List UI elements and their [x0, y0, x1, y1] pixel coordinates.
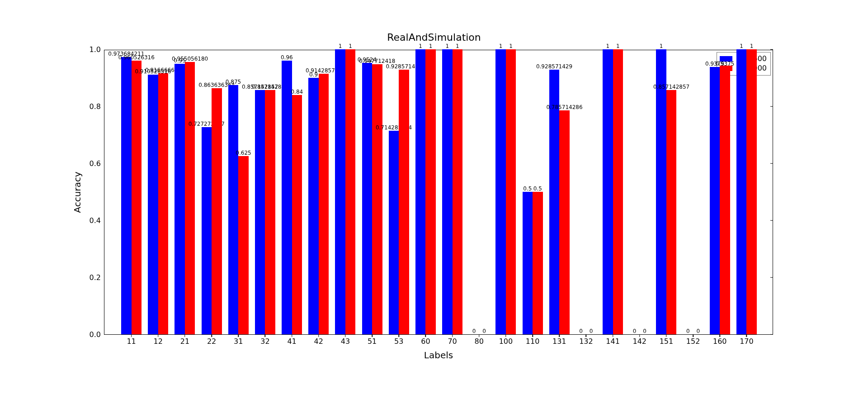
x-tick-label: 43: [341, 337, 350, 346]
bar-iter7000: 0.857142857: [666, 90, 676, 334]
bar-iter6600: 0.9524: [362, 63, 372, 334]
bar-value-label: 0: [696, 328, 700, 334]
bar-value-label: 0.625: [236, 150, 251, 156]
bar-iter7000: 0.84: [292, 95, 302, 334]
bar-iter6600: 1: [495, 49, 505, 334]
x-tick-label: 60: [421, 337, 430, 346]
bar-iter7000: 1: [425, 49, 435, 334]
x-tick-label: 100: [499, 337, 513, 346]
bar-value-label: 0.5: [533, 186, 542, 192]
bar-iter7000: 0.857142857: [265, 90, 275, 334]
y-tick-label: 0.4: [90, 216, 101, 225]
bar-value-label: 0.928571429: [536, 64, 572, 70]
bar-value-label: 0.960526316: [118, 55, 155, 61]
x-tick-label: 12: [154, 337, 163, 346]
chart-title: RealAndSimulation: [81, 32, 787, 43]
x-axis-label: Labels: [424, 350, 453, 361]
bar-iter6600: 0.9: [308, 78, 318, 334]
bar-iter6600: 0.714285714: [389, 131, 399, 334]
bar-value-label: 0: [579, 328, 583, 334]
bar-iter7000: 0.928571429: [399, 70, 409, 334]
bar-value-label: 0: [472, 328, 476, 334]
bar-value-label: 1: [660, 43, 663, 49]
bar-value-label: 0: [482, 328, 486, 334]
bar-value-label: 1: [509, 43, 513, 49]
bar-iter6600: 1: [656, 49, 666, 334]
y-axis-label: Accuracy: [72, 171, 83, 213]
x-tick-label: 142: [632, 337, 646, 346]
x-tick-label: 131: [552, 337, 566, 346]
bar-iter7000: 1: [506, 49, 516, 334]
bar-value-label: 1: [349, 43, 352, 49]
y-tick-mark: [770, 106, 773, 107]
bar-iter7000: 0.625: [238, 156, 248, 334]
bar-iter7000: 1: [345, 49, 355, 334]
bar-value-label: 1: [446, 43, 449, 49]
plot-area: Accuracy Labels iter6600 iter7000 0.00.2…: [104, 50, 773, 335]
y-tick-label: 0.8: [90, 102, 101, 111]
x-tick-label: 170: [740, 337, 754, 346]
bar-value-label: 1: [456, 43, 459, 49]
bar-iter7000: 1: [613, 49, 623, 334]
bar-iter6600: 1: [442, 49, 452, 334]
x-tick-label: 141: [606, 337, 620, 346]
chart-container: RealAndSimulation Accuracy Labels iter66…: [81, 32, 787, 371]
bar-iter6600: 0.9375: [710, 67, 720, 334]
bar-iter7000: 0.914285714: [319, 74, 329, 334]
bar-value-label: 1: [616, 43, 620, 49]
x-tick-label: 80: [475, 337, 484, 346]
bar-iter7000: 0.9375: [720, 67, 730, 334]
y-tick-label: 0.6: [90, 159, 101, 168]
bar-iter6600: 0.5: [523, 192, 533, 334]
bar-value-label: 0: [643, 328, 646, 334]
bar-value-label: 0.955056180: [172, 56, 208, 62]
y-tick-label: 0.2: [90, 273, 101, 282]
bar-iter7000: 0.947712418: [372, 64, 382, 334]
bar-value-label: 1: [740, 43, 743, 49]
x-tick-label: 22: [207, 337, 216, 346]
bar-value-label: 1: [750, 43, 754, 49]
x-tick-label: 151: [660, 337, 674, 346]
bar-value-label: 0.857142857: [653, 84, 689, 90]
bar-iter6600: 0.857142857: [255, 90, 265, 334]
x-tick-label: 152: [686, 337, 700, 346]
x-tick-label: 132: [579, 337, 593, 346]
bar-value-label: 1: [606, 43, 610, 49]
bar-iter6600: 0.973684211: [121, 57, 131, 334]
bar-value-label: 1: [419, 43, 422, 49]
y-tick-label: 1.0: [90, 45, 101, 54]
bar-iter6600: 0.96: [282, 61, 292, 334]
bar-iter6600: 1: [603, 49, 613, 334]
bar-value-label: 0: [686, 328, 690, 334]
bar-value-label: 0: [633, 328, 637, 334]
bar-iter7000: 0.955056180: [185, 62, 195, 334]
bar-iter7000: 0.5: [533, 192, 542, 334]
x-tick-label: 31: [234, 337, 243, 346]
bar-value-label: 0.875: [226, 79, 241, 85]
bar-iter7000: 1: [746, 49, 756, 334]
bar-iter6600: 1: [736, 49, 746, 334]
bar-value-label: 1: [429, 43, 433, 49]
bar-value-label: 0: [590, 328, 593, 334]
bar-iter6600: 0.910526316: [148, 75, 158, 334]
bar-value-label: 0.5: [523, 186, 532, 192]
y-tick-mark: [770, 277, 773, 278]
x-tick-label: 41: [287, 337, 296, 346]
x-tick-label: 11: [127, 337, 136, 346]
bar-value-label: 0.9375: [715, 61, 734, 67]
x-tick-label: 42: [314, 337, 323, 346]
y-tick-mark: [770, 334, 773, 335]
y-tick-label: 0.0: [90, 330, 101, 339]
bar-iter6600: 1: [335, 49, 345, 334]
y-tick-mark: [770, 49, 773, 50]
bar-iter7000: 0.785714286: [559, 110, 569, 334]
y-tick-mark: [770, 163, 773, 164]
x-tick-label: 70: [448, 337, 457, 346]
x-tick-label: 53: [394, 337, 403, 346]
bar-value-label: 0.84: [291, 89, 303, 95]
bar-iter7000: 0.916666667: [158, 73, 168, 335]
x-tick-label: 110: [526, 337, 540, 346]
bar-iter7000: 1: [453, 49, 462, 334]
bar-iter6600: 0.95: [175, 64, 184, 335]
y-tick-mark: [770, 220, 773, 221]
